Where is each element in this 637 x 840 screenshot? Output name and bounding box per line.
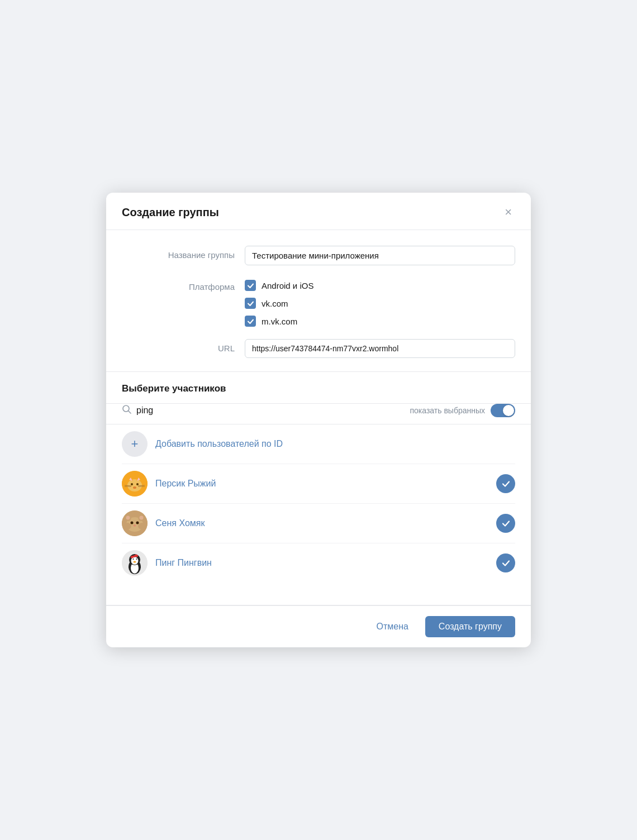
group-name-label: Название группы <box>122 246 245 260</box>
list-item[interactable]: Сеня Хомяк <box>122 504 515 543</box>
add-by-id-avatar: + <box>122 431 148 457</box>
search-input-wrap <box>122 404 401 417</box>
svg-point-3 <box>127 479 142 491</box>
search-icon <box>122 404 132 417</box>
platform-vk-com[interactable]: vk.com <box>245 298 515 309</box>
platform-label: Платформа <box>122 278 245 292</box>
user-name: Пинг Пингвин <box>155 558 488 568</box>
group-name-input[interactable] <box>245 246 515 265</box>
platform-control: Android и iOS vk.com m.vk.com <box>245 278 515 327</box>
platform-row: Платформа Android и iOS vk.com <box>122 278 515 327</box>
list-item[interactable]: Пинг Пингвин <box>122 543 515 583</box>
avatar <box>122 471 148 497</box>
toggle-label: показать выбранных <box>410 406 485 415</box>
svg-point-4 <box>131 483 133 485</box>
add-by-id-label: Добавить пользователей по ID <box>155 439 515 449</box>
plus-icon: + <box>131 438 139 450</box>
group-name-control <box>245 246 515 265</box>
avatar <box>122 550 148 576</box>
selected-checkmark[interactable] <box>496 514 515 533</box>
search-section: показать выбранных <box>106 404 531 424</box>
platform-android-ios[interactable]: Android и iOS <box>245 280 515 291</box>
cancel-button[interactable]: Отмена <box>367 617 417 636</box>
platform-checkboxes: Android и iOS vk.com m.vk.com <box>245 278 515 327</box>
toggle-knob <box>503 405 514 416</box>
participants-section-title: Выберите участников <box>106 372 531 403</box>
svg-point-5 <box>136 483 139 485</box>
create-group-button[interactable]: Создать группу <box>425 616 515 637</box>
add-by-id-item[interactable]: + Добавить пользователей по ID <box>122 424 515 464</box>
search-input[interactable] <box>136 405 401 416</box>
platform-android-ios-label: Android и iOS <box>262 281 313 290</box>
form-section: Название группы Платформа Android и iOS <box>106 230 531 371</box>
selected-checkmark[interactable] <box>496 474 515 493</box>
close-button[interactable]: × <box>501 205 515 219</box>
url-control <box>245 339 515 358</box>
create-group-dialog: Создание группы × Название группы Платфо… <box>106 193 531 647</box>
checkbox-m-vk-com <box>245 316 256 327</box>
spacer <box>106 583 531 605</box>
checkbox-android-ios <box>245 280 256 291</box>
platform-vk-com-label: vk.com <box>262 299 288 308</box>
url-label: URL <box>122 339 245 353</box>
user-name: Персик Рыжий <box>155 479 488 489</box>
svg-point-33 <box>133 559 134 560</box>
svg-point-6 <box>133 486 136 489</box>
show-selected-toggle[interactable] <box>491 404 515 417</box>
platform-m-vk-com[interactable]: m.vk.com <box>245 316 515 327</box>
svg-line-1 <box>129 411 131 413</box>
svg-point-21 <box>134 524 136 527</box>
dialog-title: Создание группы <box>122 206 219 219</box>
platform-m-vk-com-label: m.vk.com <box>262 317 297 326</box>
dialog-footer: Отмена Создать группу <box>106 605 531 647</box>
avatar <box>122 510 148 536</box>
url-row: URL <box>122 339 515 358</box>
svg-point-19 <box>131 522 134 524</box>
user-name: Сеня Хомяк <box>155 518 488 528</box>
dialog-header: Создание группы × <box>106 193 531 230</box>
svg-point-38 <box>134 555 136 557</box>
svg-point-25 <box>140 516 144 520</box>
list-item[interactable]: Персик Рыжий <box>122 464 515 504</box>
svg-point-20 <box>136 522 139 524</box>
svg-point-18 <box>138 523 146 529</box>
url-input[interactable] <box>245 339 515 358</box>
selected-checkmark[interactable] <box>496 553 515 572</box>
svg-point-24 <box>126 516 130 520</box>
svg-point-17 <box>123 523 131 529</box>
group-name-row: Название группы <box>122 246 515 265</box>
user-list: + Добавить пользователей по ID <box>106 424 531 583</box>
checkbox-vk-com <box>245 298 256 309</box>
svg-point-34 <box>136 559 137 560</box>
svg-point-35 <box>134 561 136 563</box>
toggle-wrap: показать выбранных <box>410 404 515 417</box>
